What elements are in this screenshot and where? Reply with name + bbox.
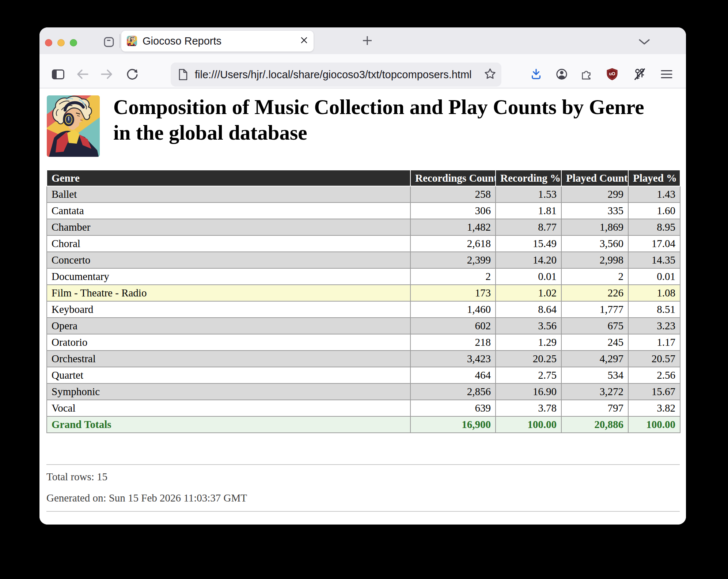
value-cell: 3,272 (561, 383, 628, 400)
value-cell: 3,423 (410, 351, 496, 367)
table-header-row: Genre Recordings Count Recording % Playe… (47, 170, 680, 186)
table-row: Keyboard1,4608.641,7778.51 (47, 301, 680, 318)
table-row: Chamber1,4828.771,8698.95 (47, 219, 680, 235)
page-content: Composition of Music Collection and Play… (39, 89, 686, 525)
table-row: Vocal6393.787973.82 (47, 400, 680, 416)
reload-button[interactable] (126, 68, 139, 82)
chevron-down-icon (638, 39, 650, 47)
grand-totals-played: 20,886 (561, 416, 628, 433)
extensions-button[interactable] (580, 68, 593, 82)
reload-icon (126, 68, 138, 82)
value-cell: 1.02 (496, 285, 561, 301)
genre-cell: Choral (47, 235, 410, 252)
value-cell: 797 (561, 400, 628, 416)
header-played-count: Played Count (561, 170, 628, 186)
firefox-view-button[interactable] (102, 36, 115, 49)
value-cell: 2 (561, 268, 628, 285)
genre-report-table: Genre Recordings Count Recording % Playe… (46, 170, 680, 433)
value-cell: 1.17 (628, 334, 680, 351)
value-cell: 1.60 (628, 203, 680, 219)
grand-totals-label: Grand Totals (47, 416, 410, 433)
tab-giocoso-reports[interactable]: Giocoso Reports (121, 31, 314, 52)
value-cell: 1.43 (628, 186, 680, 203)
forward-arrow-icon (101, 69, 113, 81)
menu-button[interactable] (660, 68, 673, 82)
value-cell: 675 (561, 318, 628, 334)
genre-cell: Orchestral (47, 351, 410, 367)
value-cell: 1,460 (410, 301, 496, 318)
value-cell: 245 (561, 334, 628, 351)
value-cell: 3.23 (628, 318, 680, 334)
value-cell: 218 (410, 334, 496, 351)
value-cell: 1.81 (496, 203, 561, 219)
new-tab-button[interactable] (361, 35, 374, 48)
table-body: Ballet2581.532991.43Cantata3061.813351.6… (47, 186, 680, 416)
value-cell: 3.82 (628, 400, 680, 416)
value-cell: 299 (561, 186, 628, 203)
genre-cell: Vocal (47, 400, 410, 416)
forward-button[interactable] (100, 68, 113, 82)
value-cell: 1,869 (561, 219, 628, 235)
sidebar-icon (52, 69, 64, 81)
value-cell: 639 (410, 400, 496, 416)
page-icon (178, 69, 188, 82)
ublock-shield-icon: uO (606, 68, 618, 82)
bookmark-star-button[interactable] (484, 68, 496, 81)
value-cell: 0.01 (628, 268, 680, 285)
url-text[interactable]: file:///Users/hjr/.local/share/giocoso3/… (195, 63, 472, 87)
grand-totals-recording-pct: 100.00 (496, 416, 561, 433)
svg-text:uO: uO (609, 71, 615, 76)
value-cell: 2,618 (410, 235, 496, 252)
table-row: Oratorio2181.292451.17 (47, 334, 680, 351)
table-row: Cantata3061.813351.60 (47, 203, 680, 219)
tab-bar: Giocoso Reports (39, 27, 686, 54)
value-cell: 15.67 (628, 383, 680, 400)
genre-cell: Keyboard (47, 301, 410, 318)
genre-cell: Concerto (47, 252, 410, 268)
value-cell: 1.29 (496, 334, 561, 351)
divider (46, 464, 680, 465)
puzzle-icon (581, 68, 592, 82)
navigation-toolbar: file:///Users/hjr/.local/share/giocoso3/… (39, 54, 686, 88)
value-cell: 2,399 (410, 252, 496, 268)
window-minimize-button[interactable] (57, 39, 65, 46)
window-zoom-button[interactable] (70, 39, 77, 46)
value-cell: 2,856 (410, 383, 496, 400)
account-button[interactable] (555, 68, 568, 82)
ublock-origin-button[interactable]: uO (606, 68, 619, 82)
value-cell: 534 (561, 367, 628, 383)
value-cell: 8.51 (628, 301, 680, 318)
tab-close-button[interactable] (299, 36, 309, 46)
generated-on-text: Generated on: Sun 15 Feb 2026 11:03:37 G… (46, 492, 247, 504)
value-cell: 8.95 (628, 219, 680, 235)
password-keys-button[interactable] (633, 68, 646, 82)
value-cell: 14.20 (496, 252, 561, 268)
close-icon (300, 36, 308, 46)
downloads-button[interactable] (530, 68, 543, 82)
tab-separator (120, 34, 120, 48)
url-bar[interactable]: file:///Users/hjr/.local/share/giocoso3/… (171, 63, 501, 87)
grand-totals-recordings: 16,900 (410, 416, 496, 433)
sidebar-toggle-button[interactable] (52, 68, 65, 82)
value-cell: 3,560 (561, 235, 628, 252)
header-genre: Genre (47, 170, 410, 186)
genre-cell: Documentary (47, 268, 410, 285)
value-cell: 2 (410, 268, 496, 285)
value-cell: 3.78 (496, 400, 561, 416)
genre-cell: Ballet (47, 186, 410, 203)
genre-cell: Cantata (47, 203, 410, 219)
value-cell: 306 (410, 203, 496, 219)
account-icon (556, 68, 568, 82)
window-close-button[interactable] (45, 39, 52, 46)
value-cell: 20.57 (628, 351, 680, 367)
tab-list-button[interactable] (638, 36, 651, 49)
value-cell: 1,777 (561, 301, 628, 318)
genre-cell: Oratorio (47, 334, 410, 351)
value-cell: 16.90 (496, 383, 561, 400)
value-cell: 3.56 (496, 318, 561, 334)
back-button[interactable] (76, 68, 89, 82)
tab-title: Giocoso Reports (143, 31, 221, 52)
firefox-view-icon (104, 37, 114, 49)
value-cell: 2.56 (628, 367, 680, 383)
header-recordings-count: Recordings Count (410, 170, 496, 186)
